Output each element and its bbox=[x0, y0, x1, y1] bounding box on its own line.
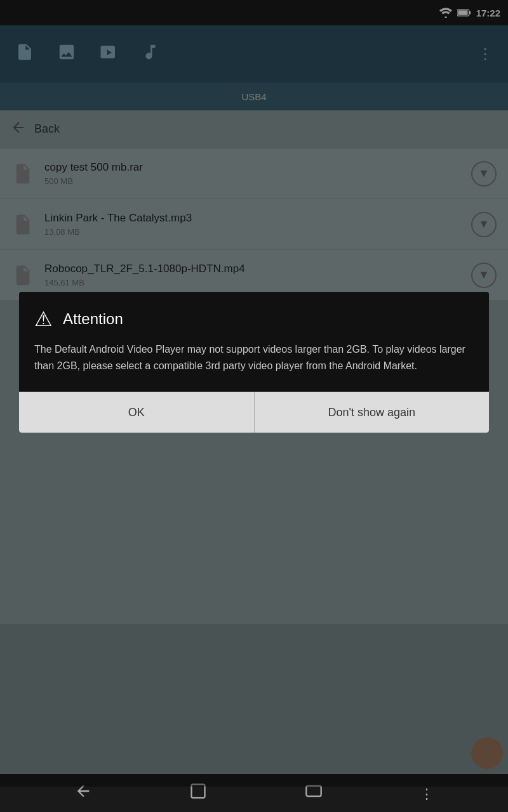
dialog-title-row: ⚠ Attention bbox=[19, 292, 489, 341]
dialog-title: Attention bbox=[63, 310, 123, 328]
attention-dialog: ⚠ Attention The Default Android Video Pl… bbox=[19, 292, 489, 433]
dont-show-again-button[interactable]: Don't show again bbox=[255, 392, 490, 433]
warning-icon: ⚠ bbox=[34, 307, 53, 331]
ok-button[interactable]: OK bbox=[19, 392, 255, 433]
dialog-buttons: OK Don't show again bbox=[19, 391, 489, 433]
dialog-overlay: ⚠ Attention The Default Android Video Pl… bbox=[0, 0, 508, 787]
dialog-body: The Default Android Video Player may not… bbox=[19, 341, 489, 391]
svg-rect-6 bbox=[306, 785, 321, 796]
